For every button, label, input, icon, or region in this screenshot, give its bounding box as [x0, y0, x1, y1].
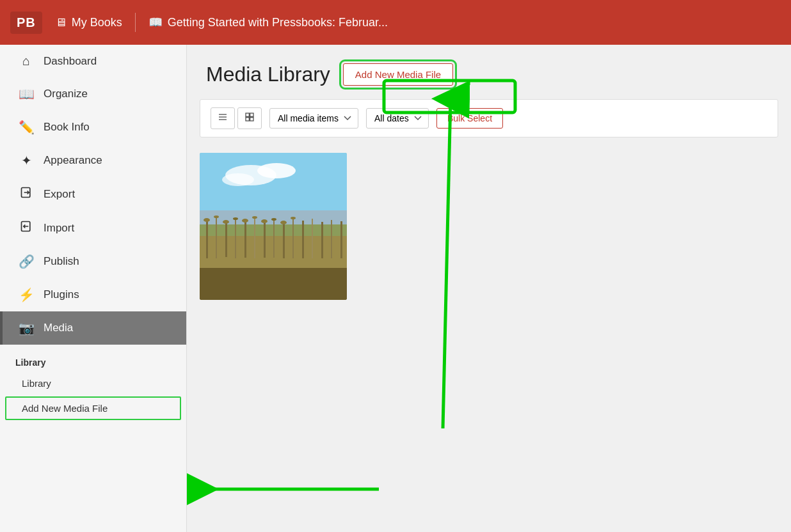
sidebar-item-media[interactable]: 📷 Media [0, 311, 186, 345]
svg-rect-21 [254, 217, 255, 258]
publish-icon: 🔗 [18, 254, 35, 269]
export-icon [18, 186, 35, 202]
svg-rect-26 [302, 221, 304, 258]
sidebar-item-label: Book Info [44, 121, 90, 134]
svg-rect-8 [250, 118, 253, 121]
svg-rect-30 [340, 221, 342, 258]
svg-rect-7 [246, 118, 249, 121]
svg-rect-18 [225, 222, 227, 257]
sidebar-item-label: Publish [44, 255, 79, 268]
sidebar-item-label: Import [44, 222, 74, 235]
svg-rect-19 [235, 219, 236, 258]
svg-rect-24 [283, 223, 285, 258]
svg-point-12 [222, 173, 254, 186]
sidebar-item-plugins[interactable]: ⚡ Plugins [0, 278, 186, 311]
page-title: Media Library [206, 63, 330, 86]
media-toolbar: All media items All dates Bulk Select [200, 99, 778, 137]
media-image [200, 153, 347, 300]
sidebar-item-label: Appearance [44, 154, 102, 167]
svg-point-41 [291, 217, 296, 219]
sidebar: ⌂ Dashboard 📖 Organize ✏️ Book Info ✦ Ap… [0, 45, 187, 532]
dashboard-icon: ⌂ [18, 54, 35, 68]
svg-rect-25 [292, 218, 294, 258]
svg-point-11 [257, 163, 296, 178]
svg-point-34 [223, 220, 229, 224]
book-info-icon: ✏️ [18, 120, 35, 135]
svg-rect-23 [273, 219, 275, 258]
sidebar-item-import[interactable]: Import [0, 211, 186, 245]
sidebar-item-book-info[interactable]: ✏️ Book Info [0, 111, 186, 144]
topbar-divider [135, 13, 136, 32]
view-toggle [211, 107, 262, 129]
svg-point-39 [271, 218, 276, 221]
appearance-icon: ✦ [18, 153, 35, 168]
bulk-select-button[interactable]: Bulk Select [436, 108, 503, 129]
main-layout: ⌂ Dashboard 📖 Organize ✏️ Book Info ✦ Ap… [0, 45, 791, 532]
sidebar-submenu: Library Library Add New Media File [0, 345, 186, 420]
svg-point-36 [242, 219, 248, 223]
media-thumbnail[interactable] [200, 153, 347, 300]
import-icon [18, 220, 35, 236]
submenu-title: Library [0, 352, 186, 370]
sidebar-item-label: Export [44, 188, 75, 201]
current-book-nav[interactable]: 📖 Getting Started with Pressbooks: Febru… [148, 15, 388, 29]
sidebar-item-dashboard[interactable]: ⌂ Dashboard [0, 45, 186, 77]
main-content: Media Library Add New Media File [187, 45, 791, 532]
book-title: Getting Started with Pressbooks: Februar… [168, 16, 388, 29]
sidebar-item-label: Organize [44, 88, 88, 100]
book-icon: 📖 [148, 15, 163, 29]
sidebar-item-label: Media [44, 322, 73, 334]
grid-view-button[interactable] [237, 107, 262, 129]
mybooks-label: My Books [72, 16, 122, 29]
plugins-icon: ⚡ [18, 287, 35, 302]
pressbooks-logo[interactable]: PB [10, 12, 42, 34]
sidebar-item-publish[interactable]: 🔗 Publish [0, 245, 186, 278]
svg-rect-9 [200, 153, 347, 210]
media-icon: 📷 [18, 320, 35, 336]
topbar: PB 🖥 My Books 📖 Getting Started with Pre… [0, 0, 791, 45]
sidebar-item-label: Plugins [44, 288, 79, 301]
svg-rect-17 [216, 217, 217, 258]
add-new-media-button[interactable]: Add New Media File [343, 63, 453, 86]
svg-rect-31 [200, 268, 347, 300]
date-filter[interactable]: All dates [366, 108, 429, 129]
svg-rect-5 [246, 113, 249, 116]
sidebar-item-appearance[interactable]: ✦ Appearance [0, 144, 186, 177]
submenu-library[interactable]: Library [5, 372, 181, 395]
media-type-filter[interactable]: All media items [269, 108, 358, 129]
svg-point-32 [204, 218, 210, 222]
svg-point-35 [233, 217, 238, 220]
sidebar-item-label: Dashboard [44, 55, 97, 68]
svg-rect-6 [250, 113, 253, 116]
main-header: Media Library Add New Media File [187, 45, 791, 99]
svg-point-33 [214, 215, 219, 218]
sidebar-item-export[interactable]: Export [0, 177, 186, 211]
sidebar-item-organize[interactable]: 📖 Organize [0, 77, 186, 111]
svg-point-40 [280, 221, 287, 224]
organize-icon: 📖 [18, 86, 35, 102]
svg-rect-20 [244, 221, 246, 258]
media-grid [187, 137, 791, 318]
svg-rect-27 [312, 219, 313, 258]
svg-rect-16 [206, 220, 208, 258]
mybooks-icon: 🖥 [55, 16, 67, 29]
svg-rect-29 [331, 220, 332, 258]
svg-point-37 [252, 216, 257, 219]
svg-rect-28 [321, 222, 323, 258]
svg-point-38 [261, 219, 268, 223]
list-view-button[interactable] [211, 107, 235, 129]
svg-rect-22 [264, 221, 266, 258]
submenu-add-new-media[interactable]: Add New Media File [5, 396, 181, 420]
my-books-nav[interactable]: 🖥 My Books [55, 16, 122, 29]
